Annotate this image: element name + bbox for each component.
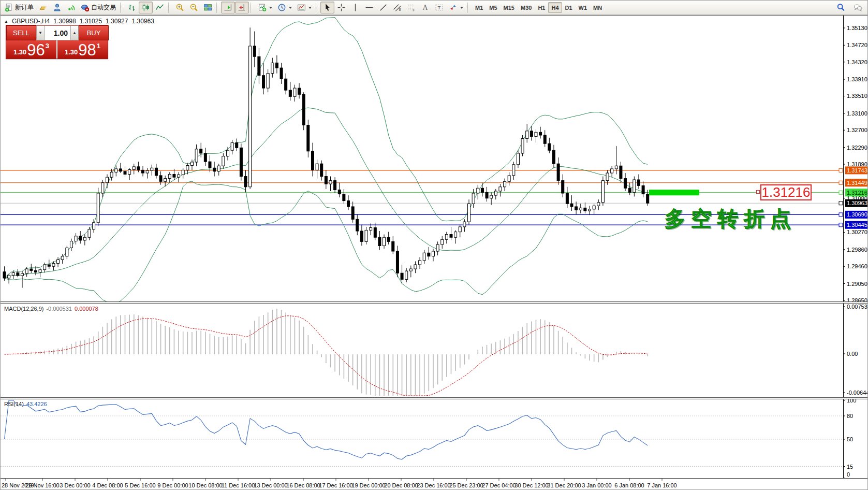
text-label-button[interactable]: T	[432, 2, 446, 13]
text-button[interactable]: A	[418, 2, 432, 13]
candle-body	[468, 204, 470, 222]
candle-body	[530, 131, 533, 137]
time-label: 23 Dec 16:00	[417, 482, 450, 488]
volume-down-button[interactable]: ▼	[36, 25, 45, 40]
timeframe-mn-button[interactable]: MN	[590, 2, 605, 13]
turning-point-annotation[interactable]: 多空转折点	[665, 208, 797, 229]
trendline-button[interactable]	[376, 2, 390, 13]
candle-body	[52, 264, 55, 267]
sell-price[interactable]: 1.30 96 3	[6, 40, 56, 59]
tile-windows-button[interactable]	[201, 2, 215, 13]
level-anchor[interactable]	[839, 181, 843, 184]
svg-text:F: F	[413, 8, 415, 12]
level-anchor[interactable]	[839, 168, 843, 172]
time-label: 25 Dec 23:00	[449, 482, 483, 488]
candle-body	[459, 227, 461, 232]
macd-label: MACD(12,26,9) -0.000531 0.000078	[4, 306, 98, 312]
auto-scroll-button[interactable]	[221, 2, 235, 13]
candle-body	[584, 208, 586, 211]
level-anchor[interactable]	[839, 223, 843, 227]
macd-histogram	[5, 309, 648, 396]
timeframe-m1-button[interactable]: M1	[472, 2, 486, 13]
templates-button[interactable]	[295, 2, 314, 13]
collapse-icon[interactable]: ▲	[4, 19, 8, 24]
sell-button[interactable]: SELL	[6, 25, 36, 40]
volume-up-button[interactable]: ▲	[70, 25, 79, 40]
zoom-out-button[interactable]	[187, 2, 201, 13]
candle-body	[39, 270, 41, 272]
candle-body	[611, 169, 613, 173]
level-anchor[interactable]	[839, 191, 843, 194]
candle-body	[222, 156, 225, 166]
volume-input[interactable]: 1.00	[45, 25, 70, 40]
candle-body	[419, 261, 421, 265]
chevron-down-icon[interactable]	[308, 7, 312, 9]
periods-button[interactable]	[275, 2, 295, 13]
candle-body	[159, 176, 162, 181]
price-annotation-box[interactable]: 1.31216	[760, 184, 812, 200]
candle-body	[351, 207, 354, 219]
buy-button[interactable]: BUY	[79, 25, 109, 40]
time-label: 17 Dec 16:00	[319, 482, 352, 488]
chevron-down-icon[interactable]	[289, 7, 292, 9]
equidistant-channel-button[interactable]: E	[390, 2, 404, 13]
toolbar-separator	[467, 3, 470, 13]
candle-body	[267, 74, 269, 88]
level-anchor[interactable]	[839, 201, 843, 205]
timeframe-h1-button[interactable]: H1	[535, 2, 548, 13]
level-anchor[interactable]	[839, 213, 843, 217]
indicators-button[interactable]	[255, 2, 275, 13]
candle-body	[253, 46, 256, 56]
time-label: 16 Dec 08:00	[286, 482, 320, 488]
timeframe-h4-button[interactable]: H4	[548, 2, 562, 13]
new-order-button[interactable]: 新订单	[2, 2, 36, 13]
candle-body	[414, 265, 417, 269]
arrows-button[interactable]	[446, 2, 466, 13]
candle-body	[508, 176, 510, 181]
candle-body	[21, 273, 24, 276]
candle-body	[115, 169, 117, 172]
crosshair-button[interactable]	[334, 2, 348, 13]
chat-button[interactable]	[851, 2, 865, 13]
gold-button[interactable]	[36, 2, 50, 13]
chevron-down-icon[interactable]	[460, 7, 463, 9]
chart-shift-icon	[238, 3, 246, 12]
buy-price[interactable]: 1.30 98 1	[57, 40, 108, 59]
autotrading-button[interactable]: 自动交易	[78, 2, 119, 13]
sell-price-pips: 96	[27, 41, 45, 59]
candle-body	[490, 195, 493, 198]
sell-price-point: 3	[46, 42, 49, 50]
rsi-axis-label: 80	[847, 413, 853, 419]
time-axis[interactable]: 28 Nov 201929 Nov 16:003 Dec 00:004 Dec …	[1, 478, 868, 490]
highlight-rectangle[interactable]	[649, 190, 699, 195]
main-chart[interactable]: 1.351301.347201.343201.339101.335101.331…	[1, 16, 868, 301]
timeframe-d1-button[interactable]: D1	[562, 2, 576, 13]
chart-shift-button[interactable]	[235, 2, 249, 13]
price-badge-label: 1.30963	[847, 200, 867, 206]
community-button[interactable]	[50, 2, 64, 13]
clock-icon	[277, 3, 286, 12]
vertical-line-button[interactable]	[348, 2, 362, 13]
trendline-icon	[379, 3, 388, 12]
cursor-button[interactable]	[320, 2, 334, 13]
bar-chart-button[interactable]	[125, 2, 139, 13]
candlestick-chart-button[interactable]	[139, 2, 153, 13]
timeframe-m15-button[interactable]: M15	[501, 2, 518, 13]
macd-panel[interactable]: 0.0075380.00-0.006446	[1, 304, 868, 397]
chevron-down-icon[interactable]	[269, 7, 272, 9]
candle-body	[441, 239, 444, 244]
line-chart-button[interactable]	[153, 2, 167, 13]
candle-body	[445, 235, 448, 240]
timeframe-w1-button[interactable]: W1	[576, 2, 591, 13]
signals-button[interactable]	[64, 2, 78, 13]
fibonacci-button[interactable]: F	[404, 2, 418, 13]
zoom-in-button[interactable]	[173, 2, 187, 13]
search-button[interactable]	[834, 2, 848, 13]
rsi-panel[interactable]: 1008050150	[1, 399, 868, 478]
timeframe-m5-button[interactable]: M5	[486, 2, 500, 13]
price-tick-label: 1.29860	[847, 247, 867, 253]
buy-price-pips: 98	[78, 41, 96, 59]
timeframe-m30-button[interactable]: M30	[518, 2, 535, 13]
rsi-axis-label: 100	[847, 399, 856, 403]
horizontal-line-button[interactable]	[362, 2, 376, 13]
